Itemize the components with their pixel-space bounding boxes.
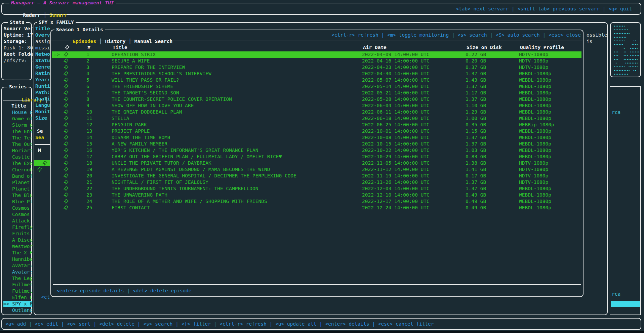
series-list-item[interactable]: Avatar:	[12, 269, 33, 275]
series-list-item[interactable]: Hanniba	[12, 256, 33, 262]
table-row[interactable]: 4 THE PRESTIGIOUS SCHOOL'S INTERVIEW 202…	[52, 71, 581, 77]
header-title: Title	[113, 44, 127, 51]
table-row[interactable]: 18 UNCLE THE PRIVATE TUTOR / DAYBREAK 20…	[52, 160, 581, 166]
episode-number: 13	[86, 128, 92, 134]
stats-line: Sonarr Ver	[4, 26, 33, 32]
series-list-item[interactable]: The X-F	[12, 250, 33, 256]
episode-size: 0.49 GB	[466, 192, 486, 198]
table-row[interactable]: 14 DISARM THE TIME BOMB 2022-10-08 14:00…	[52, 134, 581, 141]
series-list-item[interactable]: Storm o	[12, 122, 33, 128]
series-list-item[interactable]: House o	[12, 109, 33, 116]
series-list-item[interactable]: The Exo	[12, 160, 33, 167]
modal-tab-underline	[51, 41, 582, 41]
bookmark-icon	[63, 205, 69, 211]
series-list-item[interactable]: Westwor	[12, 243, 33, 250]
table-row[interactable]: 22 THE UNDERGROUND TENNIS TOURNAMENT: TH…	[52, 185, 581, 192]
episode-quality: HDTV-1080p	[519, 179, 548, 185]
series-list-item[interactable]: The Leg	[12, 275, 33, 282]
episode-size: 1.15 GB	[466, 128, 486, 134]
stats-panel: Stats Sonarr VerUptime: 17Storage:Disk 1…	[1, 22, 32, 80]
tab-radarr[interactable]: Radarr	[23, 12, 40, 18]
episode-quality: WEBDL-1080p	[519, 147, 551, 154]
field-label: Title	[35, 26, 50, 32]
table-row[interactable]: => 1 OPERATION STRIX 2022-04-09 14:00:00…	[52, 51, 581, 58]
episode-number: 19	[86, 166, 92, 173]
series-list-item[interactable]: Planet	[12, 179, 30, 186]
episode-quality: WEBDL-1080p	[519, 205, 551, 211]
series-list-item[interactable]: Cosmos	[12, 211, 30, 218]
selected-season-row-fragment[interactable]: =>	[34, 160, 50, 166]
table-row[interactable]: 17 CARRY OUT THE GRIFFIN PLAN / FULLMETA…	[52, 154, 581, 160]
bookmark-icon	[63, 160, 69, 166]
table-row[interactable]: 23 THE UNWAVERING PATH 2022-12-10 14:00:…	[52, 192, 581, 198]
series-list-item[interactable]: Cosmos	[12, 205, 30, 211]
right-border-fragment	[610, 315, 641, 315]
table-row[interactable]: 12 PENGUIN PARK 2022-06-25 14:00:00 UTC …	[52, 122, 581, 128]
table-row[interactable]: 13 PROJECT APPLE 2022-10-01 14:00:00 UTC…	[52, 128, 581, 134]
table-row[interactable]: 9 SHOW OFF HOW IN LOVE YOU ARE 2022-06-0…	[52, 102, 581, 109]
series-list-item[interactable]: Outland	[12, 307, 33, 314]
series-list-item[interactable]: Attack	[12, 218, 30, 224]
seasons-separator-fragment	[35, 144, 50, 145]
series-list-item[interactable]: Avatar:	[12, 262, 33, 269]
poster-art-line: •••••••••	[612, 28, 628, 32]
tab-episodes[interactable]: Episodes	[73, 39, 96, 44]
episode-quality: WEBDL-1080p	[519, 71, 551, 77]
episode-quality: WEBDL-1080p	[519, 192, 551, 198]
series-list-item[interactable]: Castle	[12, 154, 30, 160]
poster-art-line: ••• ••• ••••••	[612, 54, 640, 58]
series-list-item[interactable]: The Ter	[12, 135, 33, 141]
episode-quality: WEBDL-1080p	[519, 83, 551, 90]
tab-history[interactable]: History	[105, 39, 125, 44]
poster-art-line: • ••••••••	[612, 61, 638, 65]
header-number: #	[87, 44, 90, 51]
series-list-item[interactable]: Fullmet	[12, 282, 33, 288]
field-label: Size	[35, 115, 47, 121]
series-list-item[interactable]: Planet	[12, 186, 30, 192]
table-row[interactable]: 7 THE TARGET'S SECOND SON 2022-05-21 14:…	[52, 90, 581, 96]
episode-number: 18	[86, 160, 92, 166]
field-label: Statu	[35, 57, 50, 64]
table-row[interactable]: 11 STELLA 2022-06-18 14:00:00 UTC 1.00 G…	[52, 115, 581, 122]
table-row[interactable]: 25 FIRST CONTACT 2022-12-24 14:00:00 UTC…	[52, 205, 581, 211]
tab-manual-search[interactable]: Manual Search	[134, 39, 173, 44]
table-row[interactable]: 10 THE GREAT DODGEBALL PLAN 2022-06-11 1…	[52, 109, 581, 115]
series-list-item[interactable]: Blue Pl	[12, 199, 33, 205]
series-list-item[interactable]: The Enf	[12, 128, 33, 135]
series-list-item[interactable]: A Disco	[12, 237, 33, 243]
episode-title: THE GREAT DODGEBALL PLAN	[112, 109, 182, 115]
table-row[interactable]: 8 THE COUNTER-SECRET POLICE COVER OPERAT…	[52, 96, 581, 102]
table-row[interactable]: 5 WILL THEY PASS OR FAIL? 2022-05-07 14:…	[52, 77, 581, 83]
series-list-item[interactable]: Game of	[12, 116, 33, 122]
table-row[interactable]: 2 SECURE A WIFE 2022-04-16 14:00:00 UTC …	[52, 58, 581, 64]
series-list-item[interactable]: Firefly	[12, 224, 33, 231]
series-list-item[interactable]: Fruits	[12, 231, 30, 237]
header-quality: Quality Profile	[520, 44, 564, 51]
series-list-item[interactable]: The Blu	[12, 192, 33, 199]
table-row[interactable]: 19 A REVENGE PLOT AGAINST DESMOND / MAMA…	[52, 166, 581, 173]
series-list-item[interactable]: Chernob	[12, 167, 33, 173]
series-list-item[interactable]: Elfen L	[12, 294, 33, 301]
table-row[interactable]: 20 INVESTIGATE THE GENERAL HOSPITAL / DE…	[52, 173, 581, 179]
stats-line: /nfs/tv: 1	[4, 57, 33, 64]
bottom-keybinds: <a> add | <e> edit | <o> sort | <del> de…	[5, 321, 434, 327]
episode-size: 0.17 GB	[466, 173, 486, 179]
series-list-item[interactable]: Fullmet	[12, 288, 33, 294]
tab-sonarr[interactable]: Sonarr	[49, 12, 67, 18]
table-row[interactable]: 21 NIGHTFALL / FIRST FIT OF JEALOUSY 202…	[52, 179, 581, 185]
table-row[interactable]: 6 THE FRIENDSHIP SCHEME 2022-05-14 14:00…	[52, 83, 581, 90]
episode-title: PENGUIN PARK	[112, 122, 147, 128]
episode-air-date: 2022-06-25 14:00:00 UTC	[362, 122, 430, 128]
table-row[interactable]: 24 THE ROLE OF A MOTHER AND WIFE / SHOPP…	[52, 198, 581, 205]
table-row[interactable]: 15 A NEW FAMILY MEMBER 2022-10-15 14:00:…	[52, 141, 581, 147]
table-row[interactable]: 16 YOR'S KITCHEN / THE INFORMANT'S GREAT…	[52, 147, 581, 154]
stats-line: Uptime: 17	[4, 32, 33, 38]
series-list-item[interactable]: => SPY x F	[3, 301, 32, 307]
episode-air-date: 2022-12-10 14:00:00 UTC	[362, 192, 430, 198]
series-list-item[interactable]: Band of	[12, 173, 33, 179]
series-list-item[interactable]: Moriart	[12, 148, 33, 154]
modal-keybinds: <ctrl-r> refresh | <m> toggle monitoring…	[331, 32, 581, 38]
table-row[interactable]: 3 PREPARE FOR THE INTERVIEW 2022-04-23 1…	[52, 64, 581, 71]
bottom-keybind-bar: <a> add | <e> edit | <o> sort | <del> de…	[1, 318, 641, 330]
series-list-item[interactable]: The Out	[12, 141, 33, 148]
